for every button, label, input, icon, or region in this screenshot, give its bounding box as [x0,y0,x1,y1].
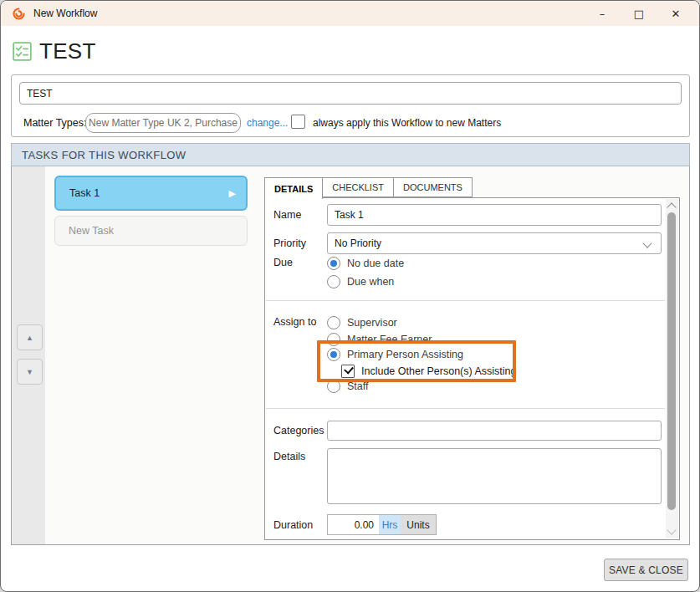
radio-no-due-date[interactable]: No due date [327,256,404,271]
duration-unit-units-button[interactable]: Units [401,514,437,535]
duration-label: Duration [273,519,313,531]
name-label: Name [273,209,301,221]
close-icon: ✕ [672,8,681,20]
new-workflow-window: New Workflow – □ ✕ TEST Matter Types: Ne… [0,0,700,592]
details-textarea[interactable] [327,448,662,504]
radio-label: Staff [347,380,368,392]
matter-types-label: Matter Types: [23,117,87,129]
task-reorder-strip: ▲ ▼ [12,166,45,544]
task-list-item-new[interactable]: New Task [54,216,248,246]
maximize-button[interactable]: □ [621,1,657,26]
divider [266,300,665,301]
radio-label: Due when [347,276,394,288]
move-task-down-button[interactable]: ▼ [17,359,43,385]
page-title: TEST [39,38,96,64]
minimize-icon: – [600,8,605,20]
tasks-panel: ▲ ▼ Task 1 ▶ New Task DETAILS CHECKLIST … [11,166,690,545]
duration-unit-hrs-button[interactable]: Hrs [379,514,401,535]
workflow-name-input[interactable] [19,82,682,105]
scrollbar-thumb[interactable] [667,212,676,510]
divider [266,408,665,409]
details-label: Details [273,451,305,462]
priority-label: Priority [273,237,306,249]
radio-icon [327,257,340,270]
details-form: Name Priority No Priority Due No due dat… [264,197,680,540]
radio-icon [327,316,340,329]
priority-dropdown[interactable]: No Priority [327,232,662,254]
scroll-down-icon[interactable] [667,525,676,534]
maximize-icon: □ [634,8,644,20]
details-tabs: DETAILS CHECKLIST DOCUMENTS [264,177,472,199]
radio-label: Supervisor [347,317,397,329]
workflow-info-box: Matter Types: New Matter Type UK 2, Purc… [11,74,690,137]
chevron-down-icon [642,238,651,248]
window-controls: – □ ✕ [584,1,694,26]
annotation-highlight-box [317,340,516,382]
titlebar: New Workflow – □ ✕ [1,1,699,26]
page-header: TEST [13,38,96,64]
task-label: Task 1 [69,187,100,199]
task-label: New Task [69,225,114,237]
radio-label: No due date [347,258,404,269]
task-details-card: DETAILS CHECKLIST DOCUMENTS Name Priorit… [264,177,680,540]
tab-checklist[interactable]: CHECKLIST [322,177,394,197]
categories-label: Categories [273,425,324,436]
task-name-input[interactable] [327,204,662,226]
radio-due-when[interactable]: Due when [327,274,394,289]
matter-type-pill-button[interactable]: New Matter Type UK 2, Purchase [85,113,241,133]
move-task-up-button[interactable]: ▲ [17,324,43,350]
checklist-icon [13,42,32,61]
task-list-item-selected[interactable]: Task 1 ▶ [54,176,248,211]
change-link[interactable]: change... [247,117,288,129]
triangle-up-icon: ▲ [26,334,33,342]
matter-types-row: Matter Types: New Matter Type UK 2, Purc… [12,112,689,134]
radio-icon [327,275,340,288]
tab-details[interactable]: DETAILS [264,177,323,199]
due-label: Due [273,257,293,268]
app-logo-icon [12,7,26,21]
scroll-up-icon[interactable] [667,202,676,212]
tasks-section-header: TASKS FOR THIS WORKFLOW [11,143,690,166]
tasks-section-title: TASKS FOR THIS WORKFLOW [22,149,186,161]
assign-to-label: Assign to [273,316,316,328]
minimize-button[interactable]: – [584,1,621,26]
categories-input[interactable] [327,421,662,441]
priority-value: No Priority [335,237,381,249]
save-close-button[interactable]: SAVE & CLOSE [604,559,688,581]
vertical-scrollbar[interactable] [666,199,678,538]
play-arrow-icon: ▶ [229,188,236,199]
always-apply-label: always apply this Workflow to new Matter… [313,117,501,129]
triangle-down-icon: ▼ [26,368,33,376]
always-apply-checkbox[interactable] [291,115,305,129]
radio-supervisor[interactable]: Supervisor [327,315,397,330]
close-button[interactable]: ✕ [657,1,694,26]
duration-input[interactable] [327,514,380,535]
tab-documents[interactable]: DOCUMENTS [393,177,473,197]
window-title: New Workflow [33,8,97,19]
